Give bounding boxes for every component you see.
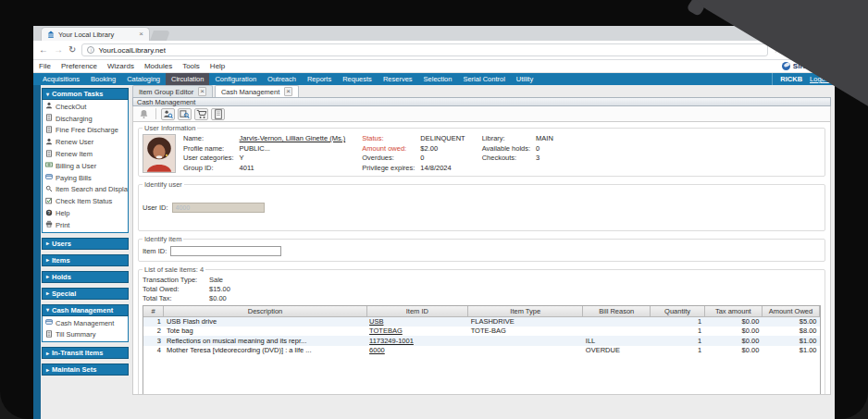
panel-title: Cash Management xyxy=(132,97,831,106)
site-info-icon[interactable]: i xyxy=(87,46,94,54)
item-id-link[interactable]: USB xyxy=(366,316,468,327)
field-value: PUBLIC... xyxy=(240,144,346,153)
module-tab-reports[interactable]: Reports xyxy=(302,73,337,85)
sidebar-header-cash-management[interactable]: ▾Cash Management xyxy=(42,304,129,316)
sidebar-header-in-transit-items[interactable]: ▸In-Transit Items xyxy=(42,347,129,359)
workspace-tab-item-group-editor[interactable]: Item Group Editor× xyxy=(132,85,213,97)
module-tab-reserves[interactable]: Reserves xyxy=(378,73,418,85)
column-header-bill-reason[interactable]: Bill Reason xyxy=(583,306,651,316)
tax-amount: $0.00 xyxy=(704,327,762,337)
sidebar-panel: Cash ManagementTill Summary xyxy=(42,316,129,343)
item-id-link[interactable]: 1173249-1001 xyxy=(366,336,468,346)
sidebar: ▾Common TasksCheckOutDischargingFine Fre… xyxy=(41,85,130,419)
column-header--[interactable]: # xyxy=(143,306,164,316)
sidebar-header-special[interactable]: ▸Special xyxy=(42,288,129,300)
sidebar-item-renew-user[interactable]: Renew User xyxy=(43,136,128,148)
column-header-amount-owed[interactable]: Amount Owed xyxy=(762,306,819,316)
sidebar-item-discharging[interactable]: Discharging xyxy=(43,113,128,125)
sidebar-item-help[interactable]: ?Help xyxy=(43,207,128,219)
sidebar-header-common-tasks[interactable]: ▾Common Tasks xyxy=(42,88,129,100)
sidebar-item-fine-free-discharge[interactable]: Fine Free Discharge xyxy=(43,125,128,137)
checkout-icon xyxy=(45,102,53,111)
tab-close-icon[interactable]: × xyxy=(139,31,143,38)
column-header-tax-amount[interactable]: Tax amount xyxy=(704,306,762,316)
module-tab-cataloging[interactable]: Cataloging xyxy=(121,73,166,85)
back-icon[interactable]: ← xyxy=(39,45,48,55)
new-tab-button[interactable] xyxy=(150,31,170,41)
item-id-input[interactable] xyxy=(170,246,281,256)
sidebar-item-renew-item[interactable]: Renew Item xyxy=(43,148,128,160)
user-info-column-2: Status:DELINQUENTAmount owed:$2.00Overdu… xyxy=(362,134,465,173)
receipt-icon[interactable] xyxy=(211,108,225,120)
quantity: 1 xyxy=(651,346,704,356)
table-row[interactable]: 2Tote bagTOTEBAGTOTE-BAG1$0.00$8.00 xyxy=(143,327,820,337)
module-tab-selection[interactable]: Selection xyxy=(418,73,458,85)
workspace-tab-cash-management[interactable]: Cash Management× xyxy=(215,85,299,97)
reload-icon[interactable]: ↻ xyxy=(68,45,76,55)
sidebar-header-users[interactable]: ▸Users xyxy=(42,238,129,250)
url-bar[interactable]: i YourLocalLibrary.net xyxy=(81,43,768,56)
sidebar-item-cash-management[interactable]: Cash Management xyxy=(43,317,128,329)
chevron-right-icon: ▸ xyxy=(46,367,49,373)
sidebar-item-checkout[interactable]: CheckOut xyxy=(43,101,128,113)
module-tab-configuration[interactable]: Configuration xyxy=(209,73,262,85)
column-header-quantity[interactable]: Quantity xyxy=(651,306,704,316)
field-label: Profile name: xyxy=(183,144,234,153)
item-search-icon xyxy=(45,185,53,194)
column-header-description[interactable]: Description xyxy=(164,306,366,316)
sidebar-header-holds[interactable]: ▸Holds xyxy=(42,271,129,283)
menu-item-file[interactable]: File xyxy=(39,62,51,70)
module-tab-booking[interactable]: Booking xyxy=(85,73,121,85)
menu-item-help[interactable]: Help xyxy=(210,62,225,70)
table-row[interactable]: 3Reflections on musical meaning and its … xyxy=(143,336,820,346)
item-id-link[interactable]: TOTEBAG xyxy=(366,327,468,337)
module-tab-circulation[interactable]: Circulation xyxy=(166,73,209,85)
module-tab-requests[interactable]: Requests xyxy=(337,73,378,85)
sidebar-header-maintain-sets[interactable]: ▸Maintain Sets xyxy=(42,364,129,376)
module-tab-serial-control[interactable]: Serial Control xyxy=(457,73,510,85)
module-tab-outreach[interactable]: Outreach xyxy=(262,73,302,85)
item-type: TOTE-BAG xyxy=(468,327,583,337)
user-id-input[interactable] xyxy=(172,203,265,213)
cash-management-icon xyxy=(45,318,53,327)
user-search-icon[interactable] xyxy=(161,108,175,120)
user-name-link[interactable]: Jarvis-Vernon, Lillian Ginette (Ms.) xyxy=(240,134,346,142)
tab-close-icon[interactable]: × xyxy=(284,87,292,96)
workspace-tabs: Item Group Editor×Cash Management× xyxy=(132,85,831,97)
item-id-link[interactable]: 6000 xyxy=(366,346,468,356)
cart-icon[interactable] xyxy=(194,108,208,120)
discharging-icon xyxy=(45,114,53,123)
sidebar-item-check-item-status[interactable]: Check Item Status xyxy=(43,195,128,207)
sidebar-item-print[interactable]: Print xyxy=(43,219,128,231)
tab-close-icon[interactable]: × xyxy=(198,87,206,96)
bill-reason: OVERDUE xyxy=(583,346,651,356)
menu-item-wizards[interactable]: Wizards xyxy=(107,62,134,70)
sidebar-item-paying-bills[interactable]: Paying Bills xyxy=(43,172,128,184)
column-header-item-type[interactable]: Item Type xyxy=(468,306,583,316)
sidebar-item-till-summary[interactable]: Till Summary xyxy=(43,329,128,341)
module-tab-utility[interactable]: Utility xyxy=(511,73,539,85)
field-label: Status: xyxy=(362,134,415,142)
field-label: Overdues: xyxy=(362,154,415,162)
sidebar-item-billing-a-user[interactable]: Billing a User xyxy=(43,160,128,172)
sidebar-item-item-search-and-display[interactable]: Item Search and Display xyxy=(43,184,128,196)
menu-item-tools[interactable]: Tools xyxy=(182,62,200,70)
sidebar-section-items: ▸Items xyxy=(42,254,129,266)
menu-item-modules[interactable]: Modules xyxy=(144,62,172,70)
amount-owed: $1.00 xyxy=(762,336,819,346)
browser-tab[interactable]: Your Local Library × xyxy=(41,27,150,41)
module-tab-acquisitions[interactable]: Acquisitions xyxy=(37,73,85,85)
field-label: User categories: xyxy=(183,154,234,162)
sidebar-header-items[interactable]: ▸Items xyxy=(42,254,129,266)
sidebar-section-cash-management: ▾Cash ManagementCash ManagementTill Summ… xyxy=(42,304,129,343)
field-label: Library: xyxy=(482,134,530,142)
table-row[interactable]: 4Mother Teresa [videorecording (DVD)] : … xyxy=(143,346,820,356)
quantity: 1 xyxy=(651,327,704,337)
column-header-item-id[interactable]: Item ID xyxy=(366,306,468,316)
forward-icon[interactable]: → xyxy=(54,45,63,55)
menu-item-preference[interactable]: Preference xyxy=(61,62,97,70)
item-search-icon[interactable] xyxy=(178,108,192,120)
quantity: 1 xyxy=(651,336,704,346)
renew-item-icon xyxy=(45,150,53,159)
table-row[interactable]: 1USB Flash driveUSBFLASHDRIVE1$0.00$5.00 xyxy=(143,316,820,327)
